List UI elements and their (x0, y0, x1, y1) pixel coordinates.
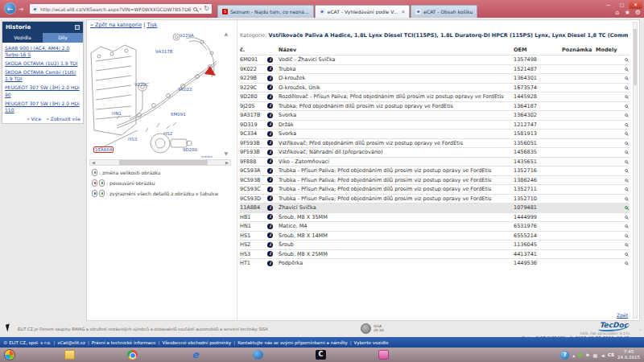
history-vehicle-link[interactable]: SKODA OCTAVIA (1U2) 1.9 TDI (5, 60, 80, 67)
history-vehicle-link[interactable]: PEUGEOT 307 SW (3H) 2.0 HDi 110 (5, 101, 80, 113)
diagram-part-label[interactable]: 9730 (201, 155, 213, 158)
info-icon[interactable]: i (267, 177, 273, 183)
diagram-part-label[interactable]: 9229C (134, 82, 149, 87)
thunderbird-icon[interactable] (253, 350, 263, 360)
magnifier-icon[interactable] (625, 179, 628, 182)
history-vehicle-link[interactable]: SAAB 900 I (AC4, AM4) 2.0 Turbo-16 S (5, 45, 80, 58)
table-row[interactable]: 9D280 i Rozdělovač - Přísun Paliva; Před… (240, 92, 630, 101)
diagram-part-label[interactable]: 11A884 (93, 146, 114, 153)
show-all-link[interactable]: « Zobrazit vše (46, 116, 80, 121)
history-tab[interactable]: Díly (43, 33, 83, 43)
diagram-part-label[interactable]: 9A317B (155, 49, 173, 54)
table-row[interactable]: 9F888 i Víko - Zatemňovací 1435651 (240, 157, 630, 167)
info-icon[interactable]: i (267, 187, 273, 192)
refresh-icon[interactable]: ↻ (204, 6, 209, 12)
parts-diagram[interactable]: ▲ ▼ 9229A9A317B9229C9K0226M091HN1HS2HS31… (89, 29, 231, 158)
magnifier-icon[interactable] (625, 123, 628, 126)
magnifier-icon[interactable] (625, 95, 628, 98)
magnifier-icon[interactable] (625, 113, 628, 117)
settings-gear-icon[interactable]: ⚙ (635, 9, 641, 17)
search-icon[interactable] (193, 7, 197, 11)
table-row[interactable]: HS2 i Šroub 1136045 (240, 240, 630, 249)
diagram-horizontal-scrollbar[interactable]: ◀ ▶ (89, 159, 231, 166)
table-row[interactable]: HS1 i Šroub, M8 X 14MM 6555214 (240, 231, 630, 241)
magnifier-icon[interactable] (625, 224, 628, 228)
start-button[interactable] (4, 349, 15, 360)
browser-tab[interactable]: S Seznam - Najdu tam, co nezná... ✕ (217, 5, 314, 18)
table-row[interactable]: 6M091 i Vodič - Žhavicí Svíčka 1357498 (240, 55, 630, 64)
info-icon[interactable]: i (267, 224, 273, 229)
scroll-left-icon[interactable]: ◀ (90, 160, 97, 165)
magnifier-icon[interactable] (625, 261, 628, 265)
magnifier-icon[interactable] (625, 243, 628, 246)
volume-icon[interactable]: ◄ (601, 352, 605, 358)
taskbar-clock[interactable]: 7:45 24.9.2015 (617, 349, 640, 360)
diagram-part-label[interactable]: 9D280 (183, 147, 197, 152)
network-icon[interactable]: ▦ (593, 352, 598, 358)
footer-link[interactable]: Kontaktujte nás se svými připomínkami a … (237, 340, 348, 345)
diagram-part-label[interactable]: HS3 (128, 137, 137, 142)
back-bottom-link[interactable]: Zpět (617, 312, 628, 318)
info-icon[interactable]: i (267, 242, 273, 248)
print-link[interactable]: Tisk (147, 22, 158, 28)
chrome-icon[interactable] (127, 350, 138, 360)
history-vehicle-link[interactable]: SKODA OCTAVIA Combi (1U5) 1.9 TDI (5, 69, 80, 82)
table-row[interactable]: 9C593D i Trubka - Přísun Paliva; Před ob… (240, 194, 630, 204)
favorites-icon[interactable]: ★ (625, 9, 630, 17)
panel-pin-icon[interactable] (75, 25, 80, 30)
info-icon[interactable]: i (267, 103, 273, 109)
diagram-part-label[interactable]: HS2 (163, 131, 172, 136)
browser-tab[interactable]: e eCAT - Obsah košíku ✕ (411, 5, 477, 18)
info-icon[interactable]: i (267, 113, 273, 118)
info-icon[interactable]: i (267, 76, 273, 81)
magnifier-icon[interactable] (625, 68, 628, 71)
browser-tab[interactable]: e eCAT - Vyhledávání podle V... ✕ (315, 5, 411, 18)
back-button[interactable]: ← (4, 2, 16, 14)
table-row[interactable]: HS3 i Šroub, M8 X 25MM 4413741 (240, 249, 630, 259)
footer-link[interactable]: eCat@elit.cz (57, 340, 85, 345)
info-icon[interactable]: i (267, 94, 273, 100)
table-row[interactable]: HN1 i Matice, M4 6531976 (240, 221, 630, 231)
diagram-part-label[interactable]: 9K022 (178, 87, 192, 92)
table-row[interactable]: 11A884 i Žhavicí Svíčka 1079481 (240, 203, 630, 212)
info-icon[interactable]: i (267, 195, 273, 201)
table-row[interactable]: 9229B i O-kroužek 1364301 (240, 73, 630, 83)
table-row[interactable]: 9C334 i Svorka 1581913 (240, 129, 630, 138)
diagram-part-label[interactable]: 9229A (180, 33, 194, 38)
chevron-down-icon[interactable]: ▾ (200, 6, 202, 11)
info-icon[interactable]: i (267, 232, 273, 238)
scrollbar-thumb[interactable] (119, 160, 208, 165)
chevron-down-icon[interactable]: ˅ (639, 329, 642, 335)
table-row[interactable]: 9J205 i Trubka; Před objednáním dílů pro… (240, 101, 630, 111)
action-center-flag-icon[interactable]: ⚑ (585, 352, 589, 358)
magnifier-icon[interactable] (625, 206, 628, 209)
info-icon[interactable]: i (267, 66, 273, 72)
language-indicator[interactable]: CS (608, 352, 614, 357)
maximize-button[interactable]: ▢ (615, 1, 629, 9)
diagram-scroll-up-icon[interactable]: ▲ (224, 31, 228, 36)
magnifier-icon[interactable] (625, 58, 628, 61)
address-bar[interactable]: e http://ecat.elit.cz/VRSearch.aspx?VIN=… (29, 3, 213, 14)
magnifier-icon[interactable] (625, 105, 628, 108)
media-app-icon[interactable] (378, 350, 389, 360)
info-icon[interactable]: i (267, 214, 273, 220)
internet-explorer-icon[interactable]: e (190, 350, 200, 360)
tab-close-icon[interactable]: ✕ (401, 9, 405, 14)
diagram-part-label[interactable]: HN1 (112, 111, 122, 116)
explorer-folder-icon[interactable] (64, 350, 75, 360)
diagram-scroll-down-icon[interactable]: ▼ (224, 150, 228, 156)
magnifier-icon[interactable] (625, 253, 628, 256)
magnifier-icon[interactable] (625, 216, 628, 219)
scroll-right-icon[interactable]: ▶ (224, 160, 230, 165)
info-icon[interactable]: i (267, 140, 273, 146)
table-row[interactable]: 9A317B i Svorka 1364302 (240, 110, 630, 120)
footer-link[interactable]: Právní a technické informace (92, 340, 156, 345)
info-icon[interactable]: i (267, 158, 273, 164)
back-to-categories-link[interactable]: « Zpět na kategorie (90, 22, 142, 28)
table-row[interactable]: 9D319 i Držák 1212747 (240, 120, 630, 130)
more-link[interactable]: « Více (27, 116, 41, 121)
scrollbar-thumb[interactable] (634, 29, 637, 85)
info-icon[interactable]: i (267, 168, 273, 174)
magnifier-icon[interactable] (625, 132, 628, 135)
table-row[interactable]: 9C593B i Trubka - Přísun Paliva; Před ob… (240, 175, 630, 185)
